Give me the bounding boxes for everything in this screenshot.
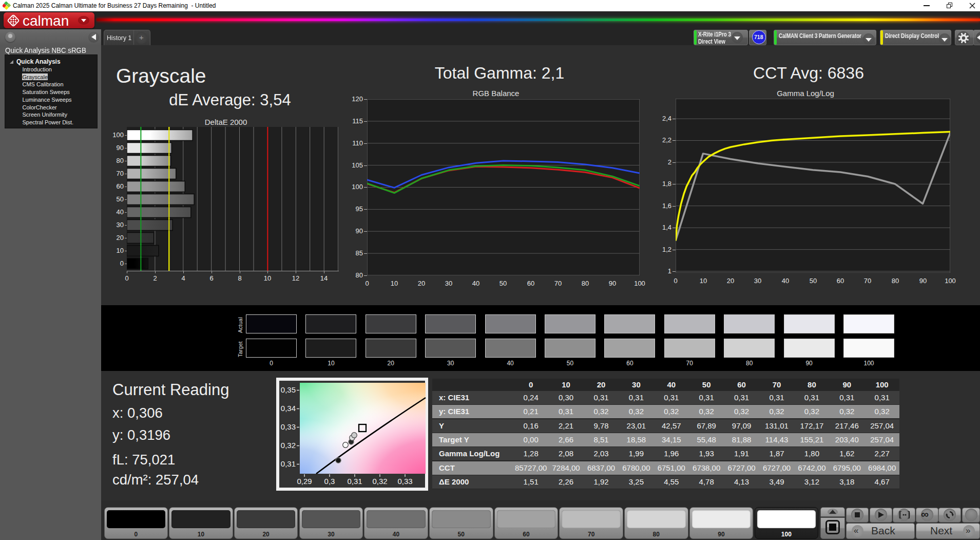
svg-text:0,35: 0,35 — [281, 385, 296, 394]
svg-text:0,29: 0,29 — [297, 477, 312, 486]
svg-text:0,33: 0,33 — [281, 422, 296, 431]
svg-text:0,31: 0,31 — [281, 459, 296, 468]
svg-text:0,34: 0,34 — [281, 404, 296, 413]
svg-text:0,32: 0,32 — [372, 477, 387, 486]
svg-text:0,33: 0,33 — [397, 477, 412, 486]
svg-text:0,31: 0,31 — [347, 477, 362, 486]
svg-text:0,3: 0,3 — [324, 477, 335, 486]
svg-text:0,32: 0,32 — [281, 441, 296, 450]
